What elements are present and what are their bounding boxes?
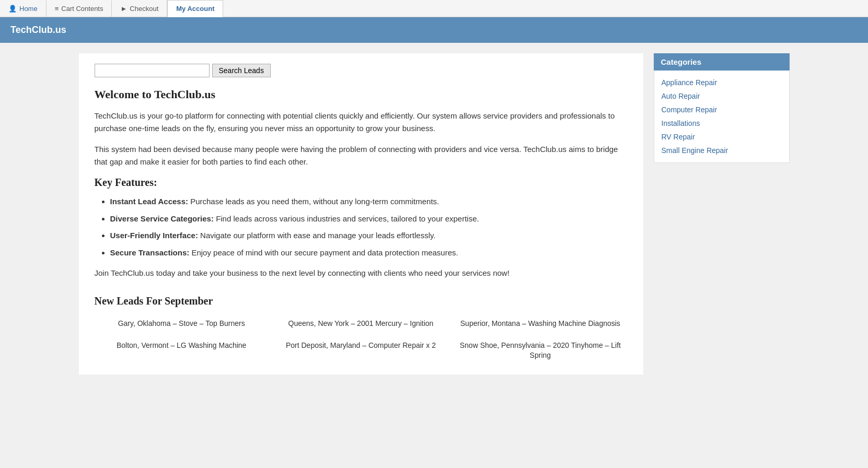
nav-myaccount[interactable]: My Account [167, 0, 223, 17]
feature-bold-1: Diverse Service Categories: [110, 214, 214, 223]
categories-list: Appliance Repair Auto Repair Computer Re… [654, 71, 790, 163]
feature-item: Instant Lead Access: Purchase leads as y… [110, 196, 628, 208]
nav-checkout[interactable]: ► Checkout [112, 1, 167, 17]
nav-cart[interactable]: ≡ Cart Contents [47, 1, 112, 17]
top-nav: 👤 Home ≡ Cart Contents ► Checkout My Acc… [0, 0, 868, 17]
search-leads-button[interactable]: Search Leads [212, 64, 271, 77]
category-computer-repair[interactable]: Computer Repair [662, 103, 782, 116]
feature-item: Secure Transactions: Enjoy peace of mind… [110, 247, 628, 259]
main-container: Search Leads Welcome to TechClub.us Tech… [68, 43, 800, 385]
feature-bold-0: Instant Lead Access: [110, 197, 189, 206]
arrow-icon: ► [120, 5, 127, 13]
content-area: Search Leads Welcome to TechClub.us Tech… [79, 53, 643, 375]
lead-item: Superior, Montana – Washing Machine Diag… [453, 315, 627, 332]
leads-grid: Gary, Oklahoma – Stove – Top Burners Que… [95, 315, 628, 364]
feature-text-2: Navigate our platform with ease and mana… [200, 231, 436, 240]
feature-item: Diverse Service Categories: Find leads a… [110, 213, 628, 225]
category-rv-repair[interactable]: RV Repair [662, 130, 782, 144]
sidebar: Categories Appliance Repair Auto Repair … [654, 53, 790, 375]
new-leads-title: New Leads For September [95, 295, 628, 307]
site-title: TechClub.us [10, 25, 66, 35]
feature-text-3: Enjoy peace of mind with our secure paym… [191, 248, 458, 257]
nav-myaccount-label: My Account [176, 5, 214, 13]
cart-icon: ≡ [55, 5, 59, 13]
lead-item: Bolton, Vermont – LG Washing Machine [95, 337, 269, 364]
feature-text-0: Purchase leads as you need them, without… [190, 197, 439, 206]
welcome-paragraph2: This system had been devised because man… [95, 143, 628, 168]
lead-item: Snow Shoe, Pennsylvania – 2020 Tinyhome … [453, 337, 627, 364]
lead-item: Gary, Oklahoma – Stove – Top Burners [95, 315, 269, 332]
welcome-title: Welcome to TechClub.us [95, 88, 628, 101]
lead-item: Port Deposit, Maryland – Computer Repair… [274, 337, 448, 364]
feature-bold-2: User-Friendly Interface: [110, 231, 198, 240]
nav-home-label: Home [19, 5, 38, 13]
category-auto-repair[interactable]: Auto Repair [662, 89, 782, 103]
welcome-paragraph1: TechClub.us is your go-to platform for c… [95, 110, 628, 135]
site-header: TechClub.us [0, 17, 868, 43]
nav-cart-label: Cart Contents [61, 5, 103, 13]
features-list: Instant Lead Access: Purchase leads as y… [95, 196, 628, 259]
join-text: Join TechClub.us today and take your bus… [95, 267, 628, 279]
person-icon: 👤 [8, 5, 17, 13]
key-features-title: Key Features: [95, 177, 628, 189]
search-bar: Search Leads [95, 64, 628, 77]
category-installations[interactable]: Installations [662, 116, 782, 130]
lead-item: Queens, New York – 2001 Mercury – Igniti… [274, 315, 448, 332]
feature-item: User-Friendly Interface: Navigate our pl… [110, 230, 628, 242]
nav-checkout-label: Checkout [130, 5, 158, 13]
search-input[interactable] [95, 64, 210, 77]
feature-bold-3: Secure Transactions: [110, 248, 190, 257]
categories-header: Categories [654, 53, 790, 71]
category-small-engine-repair[interactable]: Small Engine Repair [662, 144, 782, 157]
nav-home[interactable]: 👤 Home [0, 1, 47, 17]
category-appliance-repair[interactable]: Appliance Repair [662, 76, 782, 89]
feature-text-1: Find leads across various industries and… [216, 214, 479, 223]
